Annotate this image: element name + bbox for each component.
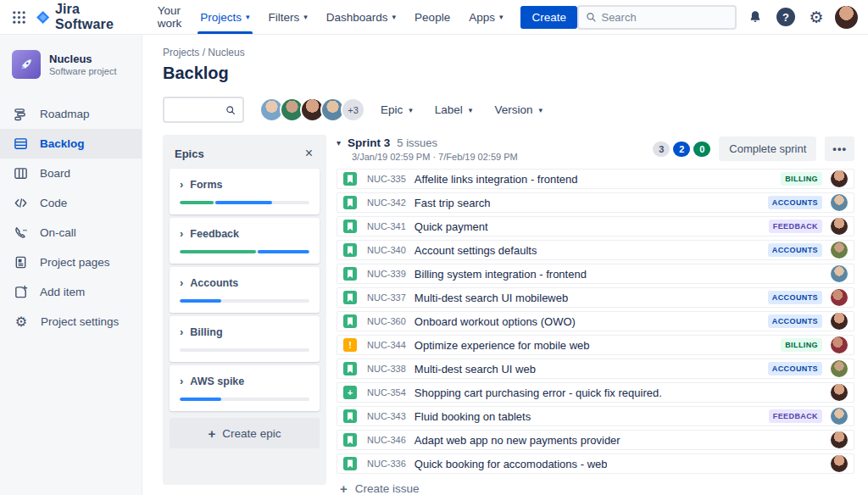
help-button[interactable]: ? bbox=[774, 5, 798, 29]
board-icon bbox=[14, 166, 28, 181]
assignee-avatar[interactable] bbox=[831, 289, 848, 306]
jira-diamond-icon bbox=[36, 9, 50, 25]
jira-logo[interactable]: Jira Software bbox=[36, 2, 135, 32]
avatar-overflow-badge[interactable]: +3 bbox=[341, 97, 365, 122]
sprint-section: ▾ Sprint 3 5 issues 3/Jan/19 02:59 PM · … bbox=[337, 135, 854, 495]
create-button[interactable]: Create bbox=[520, 6, 577, 29]
assignee-avatar[interactable] bbox=[831, 431, 848, 448]
issue-row[interactable]: NUC-337 Multi-dest search UI mobileweb A… bbox=[337, 287, 854, 308]
nav-projects[interactable]: Projects ▾ bbox=[192, 2, 257, 33]
project-avatar bbox=[12, 50, 41, 79]
settings-button[interactable]: ⚙ bbox=[804, 5, 828, 29]
epic-card-aws-spike[interactable]: › AWS spike bbox=[170, 365, 320, 411]
sidebar-item-on-call[interactable]: On-call bbox=[0, 218, 142, 248]
version-filter-dropdown[interactable]: Version ▾ bbox=[487, 98, 549, 121]
global-search-input[interactable] bbox=[601, 11, 728, 24]
nav-your-work[interactable]: Your work bbox=[150, 0, 190, 39]
issue-row[interactable]: NUC-360 Onboard workout options (OWO) AC… bbox=[337, 311, 854, 331]
todo-count-badge: 3 bbox=[653, 142, 670, 157]
backlog-search[interactable] bbox=[163, 97, 244, 123]
project-sidebar: Nucleus Software project Roadmap Bac bbox=[0, 35, 142, 495]
issue-row[interactable]: NUC-339 Billing system integration - fro… bbox=[337, 264, 854, 284]
add-item-icon bbox=[14, 285, 28, 299]
assignee-avatar[interactable] bbox=[831, 194, 848, 211]
sidebar-item-code[interactable]: Code bbox=[0, 188, 142, 218]
label-badge: ACCOUNTS bbox=[768, 362, 822, 375]
issue-row[interactable]: NUC-341 Quick payment FEEDBACK bbox=[337, 216, 854, 236]
chevron-right-icon[interactable]: › bbox=[180, 325, 183, 338]
sprint-dates: 3/Jan/19 02:59 PM · 7/Feb/19 02:59 PM bbox=[352, 152, 518, 162]
issue-row[interactable]: NUC-346 Adapt web app no new payments pr… bbox=[337, 430, 854, 450]
user-avatar[interactable] bbox=[835, 6, 858, 29]
breadcrumb[interactable]: Projects / Nucleus bbox=[163, 47, 854, 58]
global-search[interactable] bbox=[577, 5, 737, 30]
project-header[interactable]: Nucleus Software project bbox=[0, 50, 142, 79]
epic-progress-bar bbox=[180, 299, 309, 303]
issue-row[interactable]: + NUC-354 Shopping cart purchasing error… bbox=[337, 382, 854, 403]
chevron-right-icon[interactable]: › bbox=[180, 375, 183, 387]
sidebar-item-project-settings[interactable]: ⚙ Project settings bbox=[0, 307, 142, 336]
chevron-down-icon: ▾ bbox=[538, 106, 542, 114]
backlog-search-input[interactable] bbox=[171, 103, 225, 116]
label-filter-dropdown[interactable]: Label ▾ bbox=[428, 98, 480, 121]
story-icon bbox=[343, 457, 357, 470]
page-icon bbox=[14, 255, 28, 270]
gear-icon: ⚙ bbox=[14, 315, 29, 329]
sprint-name: Sprint 3 bbox=[348, 136, 390, 149]
create-issue-button[interactable]: + Create issue bbox=[337, 477, 854, 495]
nav-dashboards[interactable]: Dashboards ▾ bbox=[319, 2, 403, 33]
epic-card-feedback[interactable]: › Feedback bbox=[170, 218, 320, 264]
notifications-button[interactable] bbox=[743, 5, 767, 29]
epic-card-accounts[interactable]: › Accounts bbox=[170, 267, 320, 313]
epic-progress-bar bbox=[180, 398, 309, 401]
story-icon bbox=[343, 172, 357, 186]
assignee-avatar[interactable] bbox=[831, 218, 848, 235]
filter-bar: +3 Epic ▾ Label ▾ Version ▾ bbox=[163, 97, 854, 123]
plus-icon: + bbox=[209, 427, 216, 440]
top-navigation-bar: Jira Software Your work Projects ▾ Filte… bbox=[0, 0, 868, 35]
assignee-avatar[interactable] bbox=[831, 313, 848, 330]
complete-sprint-button[interactable]: Complete sprint bbox=[719, 136, 816, 161]
issue-row[interactable]: NUC-340 Account settings defaults ACCOUN… bbox=[337, 240, 854, 260]
assignee-avatar[interactable] bbox=[831, 408, 848, 425]
sidebar-item-project-pages[interactable]: Project pages bbox=[0, 248, 142, 277]
issue-row[interactable]: NUC-342 Fast trip search ACCOUNTS bbox=[337, 192, 854, 213]
assignee-avatar[interactable] bbox=[831, 455, 848, 472]
chevron-down-icon: ▾ bbox=[303, 13, 308, 21]
epic-filter-dropdown[interactable]: Epic ▾ bbox=[374, 98, 420, 121]
chevron-right-icon[interactable]: › bbox=[180, 276, 183, 289]
nav-people[interactable]: People bbox=[407, 2, 458, 33]
sidebar-item-roadmap[interactable]: Roadmap bbox=[0, 99, 142, 129]
assignee-avatar[interactable] bbox=[831, 360, 848, 377]
assignee-avatar[interactable] bbox=[831, 265, 848, 282]
sprint-collapse-icon[interactable]: ▾ bbox=[337, 138, 341, 147]
chevron-down-icon: ▾ bbox=[499, 13, 504, 21]
issue-row[interactable]: ! NUC-344 Optimize experience for mobile… bbox=[337, 335, 854, 355]
epic-card-forms[interactable]: › Forms bbox=[170, 169, 320, 214]
assignee-avatar[interactable] bbox=[831, 242, 848, 259]
sidebar-item-backlog[interactable]: Backlog bbox=[0, 129, 142, 159]
assignee-avatar[interactable] bbox=[831, 336, 848, 353]
chevron-right-icon[interactable]: › bbox=[180, 227, 183, 240]
roadmap-icon bbox=[14, 107, 28, 121]
nav-filters[interactable]: Filters ▾ bbox=[261, 2, 315, 33]
issue-row[interactable]: NUC-335 Affelite links integration - fro… bbox=[337, 169, 854, 189]
epic-card-billing[interactable]: › Billing bbox=[170, 316, 320, 362]
sprint-more-button[interactable]: ••• bbox=[825, 136, 854, 161]
story-icon bbox=[343, 196, 357, 209]
create-epic-button[interactable]: + Create epic bbox=[170, 418, 320, 448]
sidebar-item-board[interactable]: Board bbox=[0, 159, 142, 188]
issue-row[interactable]: NUC-338 Multi-dest search UI web ACCOUNT… bbox=[337, 359, 854, 379]
issue-row[interactable]: NUC-336 Quick booking for accomodations … bbox=[337, 453, 854, 474]
assignee-avatar[interactable] bbox=[831, 170, 848, 187]
app-switcher-icon[interactable] bbox=[8, 5, 31, 29]
project-name: Nucleus bbox=[49, 53, 116, 65]
chevron-right-icon[interactable]: › bbox=[180, 178, 183, 191]
nav-apps[interactable]: Apps ▾ bbox=[461, 2, 510, 33]
primary-nav: Your work Projects ▾ Filters ▾ Dashboard… bbox=[150, 0, 577, 39]
close-icon[interactable]: × bbox=[302, 147, 316, 160]
issue-row[interactable]: NUC-343 Fluid booking on tablets FEEDBAC… bbox=[337, 406, 854, 426]
page-title: Backlog bbox=[163, 64, 854, 83]
sidebar-item-add-item[interactable]: Add item bbox=[0, 277, 142, 307]
assignee-avatar[interactable] bbox=[831, 384, 848, 401]
